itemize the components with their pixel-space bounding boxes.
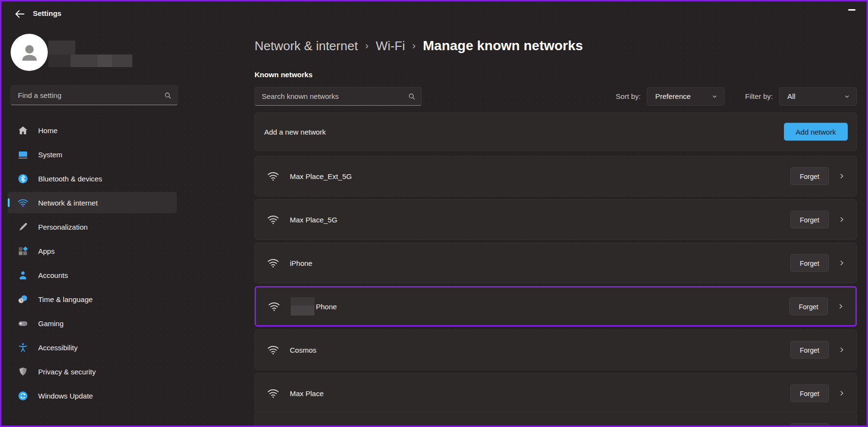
avatar[interactable] (11, 34, 48, 71)
wifi-icon (267, 170, 280, 183)
chevron-right-icon[interactable] (838, 389, 846, 398)
breadcrumb: Network & internet › Wi-Fi › Manage know… (255, 35, 583, 57)
add-network-card: Add a new network Add network (255, 112, 857, 151)
network-name: Phone (291, 297, 337, 316)
page-title: Manage known networks (423, 38, 583, 54)
find-a-setting-search[interactable] (11, 85, 178, 105)
sidebar-item-label: Windows Update (38, 392, 93, 400)
chevron-right-icon[interactable] (837, 303, 845, 311)
sidebar-item-label: Privacy & security (38, 368, 96, 376)
wifi-icon (268, 300, 281, 313)
sidebar-item-apps[interactable]: Apps (8, 240, 177, 262)
sidebar-item-label: System (38, 151, 62, 159)
sidebar-item-accessibility[interactable]: Accessibility (8, 337, 177, 358)
filter-dropdown[interactable]: All (779, 87, 857, 106)
chevron-right-icon[interactable] (838, 216, 846, 224)
search-icon (408, 92, 416, 100)
sidebar-item-accounts[interactable]: Accounts (8, 264, 177, 286)
sidebar-item-label: Accessibility (38, 344, 78, 352)
wifi-icon (267, 213, 280, 226)
personalization-icon (17, 221, 28, 233)
system-icon (17, 149, 28, 160)
sidebar-nav: Home System Bluetooth & devices Network … (8, 120, 177, 409)
forget-button[interactable]: Forget (790, 211, 829, 229)
sidebar-item-label: Gaming (38, 319, 64, 328)
chevron-right-icon[interactable] (838, 259, 846, 267)
redacted-user-name (48, 41, 75, 55)
network-row-phone[interactable]: Phone Forget (255, 286, 857, 327)
network-row-partial[interactable]: Forget (255, 412, 857, 427)
forget-button[interactable]: Forget (790, 254, 829, 272)
time-language-icon (17, 294, 28, 305)
chevron-right-icon[interactable] (838, 172, 846, 180)
wifi-icon (267, 344, 280, 357)
forget-button[interactable]: Forget (790, 423, 829, 427)
wifi-icon (267, 426, 280, 427)
accessibility-icon (17, 342, 28, 353)
sidebar-item-label: Time & language (38, 295, 93, 303)
wifi-icon (267, 387, 280, 400)
network-name: Max Place (290, 389, 324, 398)
network-row-max-place-ext-5g[interactable]: Max Place_Ext_5G Forget (255, 156, 857, 196)
network-row-max-place[interactable]: Max Place Forget (255, 373, 857, 413)
known-networks-label: Known networks (255, 70, 313, 79)
sidebar-item-system[interactable]: System (8, 144, 177, 165)
filter-by-label: Filter by: (745, 92, 773, 100)
minimize-button[interactable] (848, 9, 855, 11)
chevron-right-icon[interactable] (838, 346, 846, 354)
sidebar-item-bluetooth-devices[interactable]: Bluetooth & devices (8, 168, 177, 189)
person-icon (16, 39, 43, 66)
privacy-icon (17, 366, 28, 377)
bluetooth-icon (17, 173, 28, 184)
wifi-icon (267, 257, 280, 270)
accounts-icon (17, 270, 28, 281)
sort-dropdown-value: Preference (655, 92, 690, 100)
sidebar-item-personalization[interactable]: Personalization (8, 216, 177, 237)
add-network-label: Add a new network (264, 128, 326, 136)
app-title: Settings (33, 0, 61, 27)
back-arrow-icon (14, 8, 26, 20)
windows-update-icon (17, 390, 28, 401)
home-icon (17, 125, 28, 136)
sidebar-item-time-language[interactable]: Time & language (8, 289, 177, 310)
filter-dropdown-value: All (787, 92, 796, 100)
redacted-network-prefix (291, 297, 314, 316)
sidebar-item-label: Home (38, 126, 57, 135)
network-row-iphone[interactable]: iPhone Forget (255, 243, 857, 283)
network-name: Cosmos (290, 346, 316, 354)
find-a-setting-input[interactable] (18, 86, 161, 105)
sidebar-item-label: Bluetooth & devices (38, 175, 102, 183)
sort-dropdown[interactable]: Preference (647, 87, 725, 106)
network-name: Max Place_5G (290, 216, 337, 224)
sidebar-item-label: Network & internet (38, 199, 98, 207)
sidebar-item-privacy-security[interactable]: Privacy & security (8, 361, 177, 382)
titlebar: Settings (0, 0, 868, 27)
network-list: Max Place_Ext_5G Forget Max Place_5G For… (255, 156, 857, 427)
sidebar-item-home[interactable]: Home (8, 120, 177, 141)
network-name: iPhone (290, 259, 313, 267)
add-network-button[interactable]: Add network (784, 123, 848, 141)
breadcrumb-wifi[interactable]: Wi-Fi (376, 39, 405, 54)
forget-button[interactable]: Forget (790, 385, 829, 402)
chevron-down-icon (711, 93, 718, 100)
network-name: Max Place_Ext_5G (290, 172, 352, 180)
network-wifi-icon (17, 197, 28, 208)
search-known-networks[interactable] (255, 87, 422, 106)
breadcrumb-network-internet[interactable]: Network & internet (255, 39, 358, 54)
sidebar-item-gaming[interactable]: Gaming (8, 313, 177, 334)
search-icon (164, 91, 172, 99)
forget-button[interactable]: Forget (790, 341, 829, 359)
search-known-networks-input[interactable] (262, 87, 405, 105)
network-row-max-place-5g[interactable]: Max Place_5G Forget (255, 199, 857, 240)
forget-button[interactable]: Forget (789, 298, 828, 316)
sidebar-item-windows-update[interactable]: Windows Update (8, 385, 177, 406)
sort-by-label: Sort by: (616, 92, 641, 100)
back-button[interactable] (14, 8, 26, 20)
network-row-cosmos[interactable]: Cosmos Forget (255, 330, 857, 370)
sidebar-item-label: Apps (38, 247, 55, 255)
redacted-user-email (48, 55, 132, 67)
breadcrumb-separator: › (365, 40, 369, 53)
forget-button[interactable]: Forget (790, 167, 829, 185)
sidebar-item-label: Personalization (38, 223, 88, 231)
sidebar-item-network-internet[interactable]: Network & internet (8, 192, 177, 213)
